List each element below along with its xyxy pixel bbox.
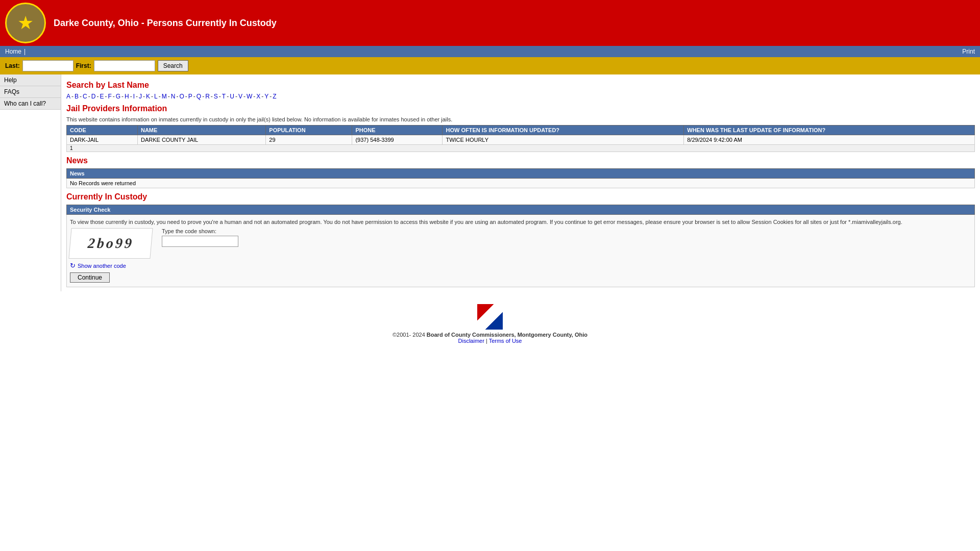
cell-last-update: 8/29/2024 9:42:00 AM <box>684 135 975 145</box>
alpha-link-P[interactable]: P <box>188 93 192 100</box>
alpha-link-U[interactable]: U <box>230 93 234 100</box>
captcha-input-area: Type the code shown: <box>162 228 238 250</box>
alpha-sep: - <box>159 93 161 100</box>
cell-phone: (937) 548-3399 <box>352 135 443 145</box>
cell-code: DARK-JAIL <box>67 135 138 145</box>
alpha-sep: - <box>227 93 229 100</box>
alpha-link-Q[interactable]: Q <box>197 93 201 100</box>
alpha-sep: - <box>253 93 255 100</box>
alpha-sep: - <box>71 93 74 100</box>
alpha-link-V[interactable]: V <box>238 93 242 100</box>
col-last-update: WHEN WAS THE LAST UPDATE OF INFORMATION? <box>684 126 975 135</box>
alpha-sep: - <box>143 93 145 100</box>
alpha-sep: - <box>88 93 90 100</box>
cell-name: DARKE COUNTY JAIL <box>137 135 265 145</box>
captcha-image: 2bo99 <box>68 228 153 259</box>
alpha-sep: - <box>235 93 237 100</box>
footer-logo-wrapper: ©2001- 2024 Board of County Commissioner… <box>8 304 972 344</box>
last-name-input[interactable] <box>22 60 74 71</box>
alpha-link-L[interactable]: L <box>154 93 158 100</box>
alpha-sep: - <box>243 93 246 100</box>
navbar: Home | Print <box>0 46 980 57</box>
montgomery-county-logo <box>477 304 503 330</box>
page-header: ★ Darke County, Ohio - Persons Currently… <box>0 0 980 46</box>
alpha-link-F[interactable]: F <box>108 93 111 100</box>
sheriff-logo: ★ <box>5 3 46 43</box>
jail-providers-table: CODE NAME POPULATION PHONE HOW OFTEN IS … <box>66 125 975 152</box>
currently-in-custody-heading: Currently In Custody <box>66 192 975 202</box>
news-table: News No Records were returned <box>66 168 975 188</box>
alpha-link-T[interactable]: T <box>222 93 226 100</box>
alpha-link-O[interactable]: O <box>179 93 184 100</box>
alpha-sep: - <box>121 93 124 100</box>
security-check-row: To view those currently in custody, you … <box>67 215 975 287</box>
navbar-left: Home | <box>5 48 26 55</box>
table-row: DARK-JAIL DARKE COUNTY JAIL 29 (937) 548… <box>67 135 975 145</box>
terms-link[interactable]: Terms of Use <box>489 338 522 344</box>
show-another-code-link[interactable]: ↻ Show another code <box>70 262 152 269</box>
jail-providers-description: This website contains information on inm… <box>66 116 975 122</box>
alpha-link-A[interactable]: A <box>66 93 70 100</box>
footer-copyright: ©2001- 2024 Board of County Commissioner… <box>393 332 587 338</box>
alpha-link-K[interactable]: K <box>146 93 150 100</box>
first-name-input[interactable] <box>94 60 155 71</box>
alpha-sep: - <box>176 93 178 100</box>
alpha-sep: - <box>270 93 272 100</box>
search-by-last-name-heading: Search by Last Name <box>66 81 975 90</box>
main-content: Search by Last Name A - B - C - D - E - … <box>61 74 980 291</box>
alpha-link-C[interactable]: C <box>83 93 87 100</box>
print-link[interactable]: Print <box>962 48 975 55</box>
alpha-link-H[interactable]: H <box>125 93 129 100</box>
alpha-link-G[interactable]: G <box>116 93 120 100</box>
alpha-sep: - <box>219 93 221 100</box>
alpha-link-W[interactable]: W <box>247 93 252 100</box>
alpha-link-R[interactable]: R <box>205 93 210 100</box>
alpha-link-J[interactable]: J <box>139 93 142 100</box>
alpha-link-Y[interactable]: Y <box>264 93 268 100</box>
security-check-header: Security Check <box>67 205 975 215</box>
captcha-area: 2bo99 ↻ Show another code Continue <box>70 228 152 283</box>
security-check-table: Security Check To view those currently i… <box>66 205 975 287</box>
search-button[interactable]: Search <box>158 60 188 71</box>
alpha-link-N[interactable]: N <box>171 93 176 100</box>
sidebar-item-who-can-i-call[interactable]: Who can I call? <box>0 98 61 110</box>
alpha-sep: - <box>185 93 187 100</box>
news-heading: News <box>66 156 975 165</box>
first-label: First: <box>76 62 91 69</box>
col-update-freq: HOW OFTEN IS INFORMATION UPDATED? <box>443 126 684 135</box>
alpha-sep: - <box>202 93 204 100</box>
alpha-link-M[interactable]: M <box>162 93 167 100</box>
col-name: NAME <box>137 126 265 135</box>
star-icon: ★ <box>17 12 34 34</box>
cell-population: 29 <box>266 135 352 145</box>
sidebar-item-faqs[interactable]: FAQs <box>0 86 61 98</box>
alpha-link-S[interactable]: S <box>214 93 218 100</box>
cell-update-freq: TWICE HOURLY <box>443 135 684 145</box>
news-no-records-row: No Records were returned <box>67 179 975 188</box>
footer-links: Disclaimer | Terms of Use <box>458 338 522 344</box>
content-wrapper: Help FAQs Who can I call? Search by Last… <box>0 74 980 291</box>
col-phone: PHONE <box>352 126 443 135</box>
security-check-description: To view those currently in custody, you … <box>70 219 971 225</box>
alpha-sep: - <box>211 93 213 100</box>
alpha-sep: - <box>193 93 195 100</box>
home-link[interactable]: Home <box>5 48 21 55</box>
alpha-link-E[interactable]: E <box>100 93 104 100</box>
sidebar: Help FAQs Who can I call? <box>0 74 61 291</box>
nav-separator: | <box>24 48 26 55</box>
alpha-sep: - <box>261 93 263 100</box>
alpha-sep: - <box>151 93 153 100</box>
col-code: CODE <box>67 126 138 135</box>
refresh-icon: ↻ <box>70 262 76 269</box>
alpha-link-D[interactable]: D <box>91 93 96 100</box>
alpha-link-B[interactable]: B <box>75 93 79 100</box>
alpha-link-X[interactable]: X <box>256 93 260 100</box>
alpha-link-Z[interactable]: Z <box>273 93 276 100</box>
captcha-input[interactable] <box>162 236 238 247</box>
sidebar-item-help[interactable]: Help <box>0 74 61 86</box>
continue-button[interactable]: Continue <box>70 272 110 283</box>
disclaimer-link[interactable]: Disclaimer <box>458 338 484 344</box>
alpha-link-I[interactable]: I <box>133 93 135 100</box>
footer: ©2001- 2024 Board of County Commissioner… <box>0 296 980 352</box>
alpha-sep: - <box>96 93 99 100</box>
